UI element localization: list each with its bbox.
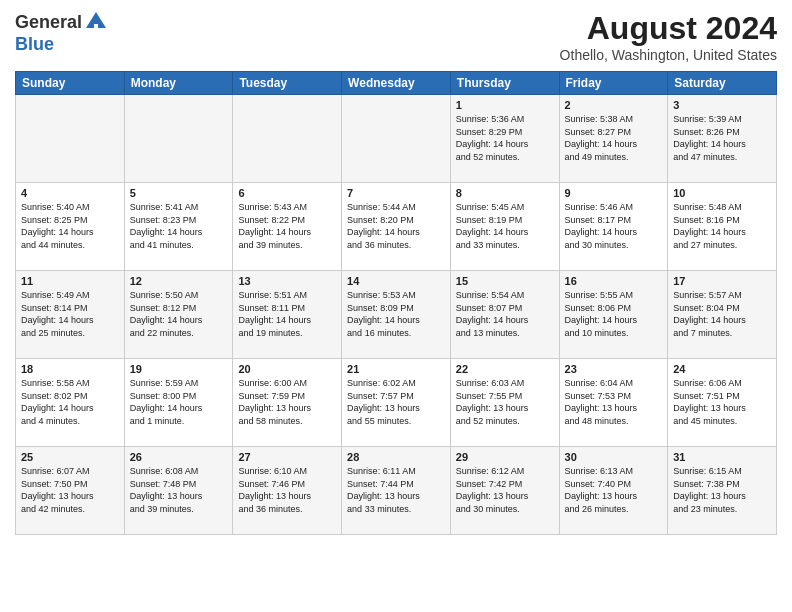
day-cell: 11Sunrise: 5:49 AM Sunset: 8:14 PM Dayli… [16, 271, 125, 359]
logo-icon [84, 10, 108, 34]
day-info: Sunrise: 5:39 AM Sunset: 8:26 PM Dayligh… [673, 113, 771, 163]
day-number: 2 [565, 99, 663, 111]
day-number: 24 [673, 363, 771, 375]
day-info: Sunrise: 5:45 AM Sunset: 8:19 PM Dayligh… [456, 201, 554, 251]
day-cell: 16Sunrise: 5:55 AM Sunset: 8:06 PM Dayli… [559, 271, 668, 359]
day-number: 21 [347, 363, 445, 375]
weekday-monday: Monday [124, 72, 233, 95]
day-info: Sunrise: 5:57 AM Sunset: 8:04 PM Dayligh… [673, 289, 771, 339]
svg-rect-1 [94, 24, 98, 28]
day-cell: 6Sunrise: 5:43 AM Sunset: 8:22 PM Daylig… [233, 183, 342, 271]
day-cell: 15Sunrise: 5:54 AM Sunset: 8:07 PM Dayli… [450, 271, 559, 359]
day-number: 30 [565, 451, 663, 463]
day-info: Sunrise: 6:07 AM Sunset: 7:50 PM Dayligh… [21, 465, 119, 515]
day-info: Sunrise: 5:43 AM Sunset: 8:22 PM Dayligh… [238, 201, 336, 251]
day-cell [16, 95, 125, 183]
day-info: Sunrise: 5:38 AM Sunset: 8:27 PM Dayligh… [565, 113, 663, 163]
day-cell: 28Sunrise: 6:11 AM Sunset: 7:44 PM Dayli… [342, 447, 451, 535]
day-cell: 25Sunrise: 6:07 AM Sunset: 7:50 PM Dayli… [16, 447, 125, 535]
day-number: 27 [238, 451, 336, 463]
day-number: 25 [21, 451, 119, 463]
day-number: 8 [456, 187, 554, 199]
day-number: 17 [673, 275, 771, 287]
day-number: 7 [347, 187, 445, 199]
day-info: Sunrise: 5:51 AM Sunset: 8:11 PM Dayligh… [238, 289, 336, 339]
day-info: Sunrise: 6:08 AM Sunset: 7:48 PM Dayligh… [130, 465, 228, 515]
day-number: 6 [238, 187, 336, 199]
day-info: Sunrise: 5:40 AM Sunset: 8:25 PM Dayligh… [21, 201, 119, 251]
day-info: Sunrise: 5:41 AM Sunset: 8:23 PM Dayligh… [130, 201, 228, 251]
day-number: 19 [130, 363, 228, 375]
week-row-2: 4Sunrise: 5:40 AM Sunset: 8:25 PM Daylig… [16, 183, 777, 271]
day-number: 20 [238, 363, 336, 375]
subtitle: Othello, Washington, United States [560, 47, 777, 63]
day-number: 15 [456, 275, 554, 287]
main-title: August 2024 [560, 10, 777, 47]
day-info: Sunrise: 6:03 AM Sunset: 7:55 PM Dayligh… [456, 377, 554, 427]
day-cell: 4Sunrise: 5:40 AM Sunset: 8:25 PM Daylig… [16, 183, 125, 271]
day-cell: 24Sunrise: 6:06 AM Sunset: 7:51 PM Dayli… [668, 359, 777, 447]
day-cell: 31Sunrise: 6:15 AM Sunset: 7:38 PM Dayli… [668, 447, 777, 535]
day-cell: 29Sunrise: 6:12 AM Sunset: 7:42 PM Dayli… [450, 447, 559, 535]
title-block: August 2024 Othello, Washington, United … [560, 10, 777, 63]
day-cell [124, 95, 233, 183]
day-cell: 10Sunrise: 5:48 AM Sunset: 8:16 PM Dayli… [668, 183, 777, 271]
day-info: Sunrise: 5:50 AM Sunset: 8:12 PM Dayligh… [130, 289, 228, 339]
week-row-1: 1Sunrise: 5:36 AM Sunset: 8:29 PM Daylig… [16, 95, 777, 183]
day-cell: 21Sunrise: 6:02 AM Sunset: 7:57 PM Dayli… [342, 359, 451, 447]
weekday-tuesday: Tuesday [233, 72, 342, 95]
day-info: Sunrise: 5:48 AM Sunset: 8:16 PM Dayligh… [673, 201, 771, 251]
day-info: Sunrise: 5:53 AM Sunset: 8:09 PM Dayligh… [347, 289, 445, 339]
logo-general-text: General [15, 12, 82, 33]
day-cell: 27Sunrise: 6:10 AM Sunset: 7:46 PM Dayli… [233, 447, 342, 535]
day-number: 14 [347, 275, 445, 287]
week-row-4: 18Sunrise: 5:58 AM Sunset: 8:02 PM Dayli… [16, 359, 777, 447]
day-number: 22 [456, 363, 554, 375]
day-cell: 9Sunrise: 5:46 AM Sunset: 8:17 PM Daylig… [559, 183, 668, 271]
day-cell: 5Sunrise: 5:41 AM Sunset: 8:23 PM Daylig… [124, 183, 233, 271]
day-info: Sunrise: 5:49 AM Sunset: 8:14 PM Dayligh… [21, 289, 119, 339]
day-cell: 13Sunrise: 5:51 AM Sunset: 8:11 PM Dayli… [233, 271, 342, 359]
day-number: 18 [21, 363, 119, 375]
week-row-5: 25Sunrise: 6:07 AM Sunset: 7:50 PM Dayli… [16, 447, 777, 535]
day-info: Sunrise: 5:54 AM Sunset: 8:07 PM Dayligh… [456, 289, 554, 339]
day-info: Sunrise: 6:02 AM Sunset: 7:57 PM Dayligh… [347, 377, 445, 427]
day-number: 12 [130, 275, 228, 287]
day-info: Sunrise: 6:13 AM Sunset: 7:40 PM Dayligh… [565, 465, 663, 515]
day-number: 11 [21, 275, 119, 287]
day-cell: 19Sunrise: 5:59 AM Sunset: 8:00 PM Dayli… [124, 359, 233, 447]
day-cell: 26Sunrise: 6:08 AM Sunset: 7:48 PM Dayli… [124, 447, 233, 535]
day-number: 31 [673, 451, 771, 463]
header: General Blue August 2024 Othello, Washin… [15, 10, 777, 63]
day-info: Sunrise: 6:11 AM Sunset: 7:44 PM Dayligh… [347, 465, 445, 515]
day-cell: 2Sunrise: 5:38 AM Sunset: 8:27 PM Daylig… [559, 95, 668, 183]
day-cell: 30Sunrise: 6:13 AM Sunset: 7:40 PM Dayli… [559, 447, 668, 535]
day-info: Sunrise: 6:15 AM Sunset: 7:38 PM Dayligh… [673, 465, 771, 515]
day-cell: 7Sunrise: 5:44 AM Sunset: 8:20 PM Daylig… [342, 183, 451, 271]
day-number: 16 [565, 275, 663, 287]
day-number: 5 [130, 187, 228, 199]
weekday-header-row: SundayMondayTuesdayWednesdayThursdayFrid… [16, 72, 777, 95]
day-info: Sunrise: 5:46 AM Sunset: 8:17 PM Dayligh… [565, 201, 663, 251]
day-number: 23 [565, 363, 663, 375]
day-info: Sunrise: 5:36 AM Sunset: 8:29 PM Dayligh… [456, 113, 554, 163]
weekday-saturday: Saturday [668, 72, 777, 95]
day-cell: 22Sunrise: 6:03 AM Sunset: 7:55 PM Dayli… [450, 359, 559, 447]
day-info: Sunrise: 6:12 AM Sunset: 7:42 PM Dayligh… [456, 465, 554, 515]
day-cell: 18Sunrise: 5:58 AM Sunset: 8:02 PM Dayli… [16, 359, 125, 447]
day-cell: 3Sunrise: 5:39 AM Sunset: 8:26 PM Daylig… [668, 95, 777, 183]
weekday-thursday: Thursday [450, 72, 559, 95]
day-info: Sunrise: 5:59 AM Sunset: 8:00 PM Dayligh… [130, 377, 228, 427]
day-cell: 23Sunrise: 6:04 AM Sunset: 7:53 PM Dayli… [559, 359, 668, 447]
day-number: 29 [456, 451, 554, 463]
day-info: Sunrise: 5:55 AM Sunset: 8:06 PM Dayligh… [565, 289, 663, 339]
day-cell [342, 95, 451, 183]
day-info: Sunrise: 6:06 AM Sunset: 7:51 PM Dayligh… [673, 377, 771, 427]
day-info: Sunrise: 6:04 AM Sunset: 7:53 PM Dayligh… [565, 377, 663, 427]
page: General Blue August 2024 Othello, Washin… [0, 0, 792, 612]
day-number: 26 [130, 451, 228, 463]
logo: General Blue [15, 10, 108, 55]
day-number: 28 [347, 451, 445, 463]
weekday-friday: Friday [559, 72, 668, 95]
day-cell: 8Sunrise: 5:45 AM Sunset: 8:19 PM Daylig… [450, 183, 559, 271]
